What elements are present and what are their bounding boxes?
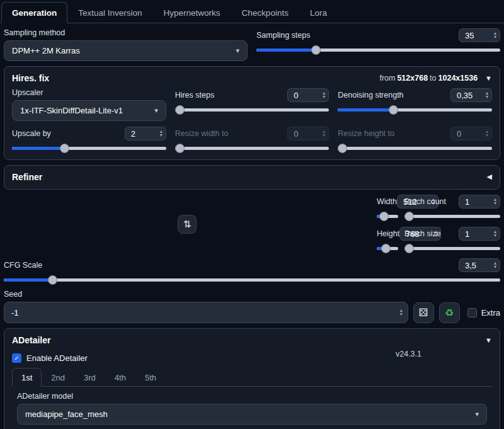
tab-generation[interactable]: Generation [1,2,67,23]
seed-input[interactable]: -1 ▴▾ [4,302,408,323]
tab-checkpoints[interactable]: Checkpoints [231,2,299,23]
batch-size-block: Batch size 1 ▴▾ [404,227,500,253]
adetailer-version: v24.3.1 [396,350,421,358]
width-label: Width [377,197,397,206]
resize-height-input[interactable]: 0 ▴▾ [450,127,492,140]
resize-width-input[interactable]: 0 ▴▾ [287,127,329,140]
slider-handle[interactable] [60,144,69,153]
slider-track [175,147,329,150]
random-seed-button[interactable]: ⚄ [413,302,434,323]
resize-height-slider[interactable] [338,144,492,153]
hires-fix-header[interactable]: Hires. fix from512x768to1024x1536 ▼ [12,72,492,84]
slider-handle[interactable] [338,144,347,153]
stepper-arrows-icon[interactable]: ▴▾ [323,91,325,99]
slider-track [338,147,492,150]
top-tabbar: Generation Textual Inversion Hypernetwor… [0,0,504,23]
dimensions-block: Width 512 ▴▾ ⇅ Batch count 1 ▴▾ [4,195,500,253]
sampling-method-dropdown[interactable]: DPM++ 2M Karras ▾ [4,40,248,61]
slider-fill [4,278,53,282]
batch-size-label: Batch size [404,229,441,238]
generation-panel: Sampling method DPM++ 2M Karras ▾ Sampli… [0,23,504,429]
stepper-arrows-icon[interactable]: ▴▾ [494,230,496,237]
stepper-arrows-icon[interactable]: ▴▾ [323,130,325,137]
slider-handle[interactable] [381,244,391,253]
upscaler-value: 1x-ITF-SkinDiffDetail-Lite-v1 [20,106,123,115]
batch-size-slider[interactable] [404,244,500,253]
tab-textual-inversion[interactable]: Textual Inversion [67,2,152,23]
denoising-input[interactable]: 0,35 ▴▾ [450,88,492,102]
resize-width-slider[interactable] [175,144,329,153]
extra-seed-checkbox[interactable]: Extra [467,308,500,317]
tab-hypernetworks[interactable]: Hypernetworks [153,2,231,23]
adetailer-title: ADetailer [12,335,50,345]
batch-count-block: Batch count 1 ▴▾ [404,195,500,221]
slider-track [404,215,500,218]
batch-count-input[interactable]: 1 ▴▾ [459,195,500,209]
height-slider[interactable] [377,244,398,253]
slider-handle[interactable] [404,212,414,221]
adetailer-tab-2nd[interactable]: 2nd [42,368,74,387]
upscaler-dropdown[interactable]: 1x-ITF-SkinDiffDetail-Lite-v1 ▾ [12,100,166,121]
accordion-open-icon[interactable]: ▼ [485,74,492,82]
adetailer-tab-1st[interactable]: 1st [12,368,42,387]
stepper-arrows-icon[interactable]: ▴▾ [494,261,496,269]
stepper-arrows-icon[interactable]: ▴▾ [494,31,496,39]
stepper-arrows-icon[interactable]: ▴▾ [486,91,488,99]
stepper-arrows-icon[interactable]: ▴▾ [400,309,403,316]
swap-dimensions-button[interactable]: ⇅ [178,215,197,234]
cfg-scale-block: CFG Scale 3,5 ▴▾ [4,258,500,285]
resize-height-block: Resize height to 0 ▴▾ [338,127,492,153]
slider-handle[interactable] [48,275,57,285]
cfg-scale-input[interactable]: 3,5 ▴▾ [459,258,500,272]
stepper-arrows-icon[interactable]: ▴▾ [486,130,488,137]
refiner-header[interactable]: Refiner ◀ [12,171,492,183]
width-block: Width 512 ▴▾ [377,195,398,221]
adetailer-model-value: mediapipe_face_mesh [25,409,108,419]
sampling-method-block: Sampling method DPM++ 2M Karras ▾ [4,28,248,61]
hires-steps-label: Hires steps [175,91,215,100]
accordion-closed-icon[interactable]: ◀ [487,173,492,181]
sampling-method-label: Sampling method [4,28,248,37]
recycle-icon: ♻ [445,307,454,319]
slider-fill [338,108,393,112]
checkbox-checked[interactable]: ✓ [12,353,21,363]
reuse-seed-button[interactable]: ♻ [439,302,460,323]
checkbox-unchecked[interactable] [467,308,477,317]
extra-label: Extra [481,308,500,317]
sampling-steps-slider[interactable] [256,45,500,55]
height-label: Height [377,229,399,238]
slider-handle[interactable] [311,45,321,55]
adetailer-tab-5th[interactable]: 5th [135,368,166,387]
slider-handle[interactable] [404,244,414,253]
width-slider[interactable] [377,212,398,221]
denoising-slider[interactable] [338,105,492,115]
stepper-arrows-icon[interactable]: ▴▾ [494,198,496,205]
cfg-scale-slider[interactable] [4,275,500,285]
resize-width-label: Resize width to [175,129,229,138]
sampling-method-value: DPM++ 2M Karras [12,46,80,55]
stepper-arrows-icon[interactable]: ▴▾ [160,130,163,137]
upscale-by-input[interactable]: 2 ▴▾ [125,127,166,140]
tab-lora[interactable]: Lora [299,2,338,23]
accordion-open-icon[interactable]: ▼ [485,336,492,344]
slider-handle[interactable] [175,105,185,115]
chevron-down-icon: ▾ [154,106,158,115]
slider-handle[interactable] [175,144,185,153]
upscale-by-slider[interactable] [12,144,166,153]
adetailer-tab-3rd[interactable]: 3rd [74,368,105,387]
sampling-steps-input[interactable]: 35 ▴▾ [459,28,500,42]
adetailer-tab-4th[interactable]: 4th [105,368,135,387]
enable-adetailer-checkbox[interactable]: ✓ Enable ADetailer [12,353,88,363]
slider-handle[interactable] [389,105,398,115]
sampling-steps-label: Sampling steps [256,31,310,40]
batch-size-input[interactable]: 1 ▴▾ [459,227,500,241]
hires-steps-input[interactable]: 0 ▴▾ [287,88,329,102]
adetailer-model-dropdown[interactable]: mediapipe_face_mesh ▾ [17,404,487,425]
slider-track [338,108,492,112]
hires-steps-slider[interactable] [175,105,329,115]
adetailer-header[interactable]: ADetailer ▼ [12,334,492,346]
slider-handle[interactable] [379,212,389,221]
batch-count-slider[interactable] [404,212,500,221]
hires-fix-title: Hires. fix [12,73,49,83]
hires-steps-block: Hires steps 0 ▴▾ [175,88,329,121]
